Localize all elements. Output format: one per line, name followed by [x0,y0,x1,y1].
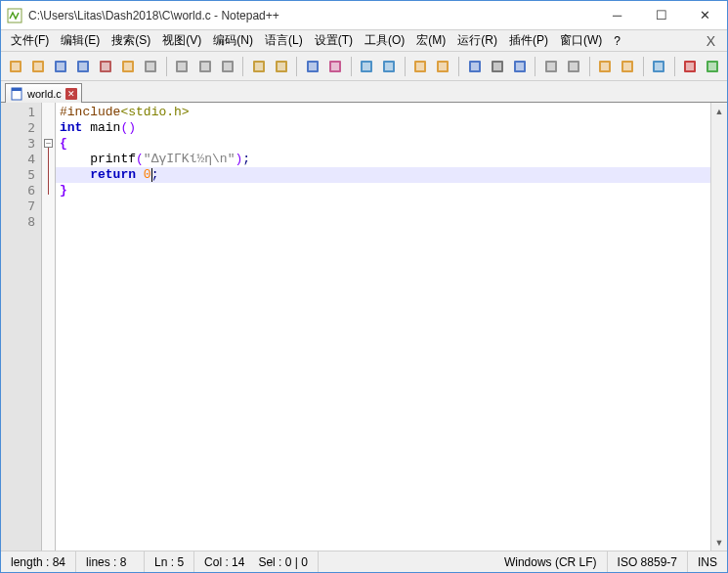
sync-h-icon [435,59,450,74]
find-button[interactable] [302,56,322,77]
record-icon [682,59,698,74]
svg-rect-22 [255,63,263,70]
fold-guide [48,148,49,195]
svg-rect-40 [493,63,501,70]
save-all-button[interactable] [72,56,93,77]
menu-language[interactable]: 语言(L) [259,30,309,51]
close-all-button[interactable] [118,56,139,77]
paste-button[interactable] [217,56,237,77]
line-number: 3 [1,136,35,152]
menu-search[interactable]: 搜索(S) [106,30,156,51]
lang-icon [543,59,559,74]
menu-view[interactable]: 视图(V) [156,30,207,51]
status-length: length : 84 [1,551,76,572]
menu-close-x[interactable]: X [699,33,723,49]
svg-rect-16 [178,63,186,70]
zoom-out-button[interactable] [379,56,400,77]
menu-help[interactable]: ? [608,32,626,50]
print-icon [143,59,158,74]
scroll-down-arrow[interactable]: ▼ [711,534,727,551]
svg-rect-14 [147,63,154,70]
record-button[interactable] [680,56,701,77]
wrap-icon [467,59,483,74]
svg-rect-48 [601,63,609,70]
doc-map-button[interactable] [563,56,583,77]
folder-icon [620,59,635,74]
svg-rect-4 [34,63,42,70]
lang-button[interactable] [540,56,561,77]
svg-rect-6 [57,63,64,70]
status-ln: Ln : 5 [145,551,194,572]
undo-button[interactable] [248,56,269,77]
replace-button[interactable] [324,56,345,77]
copy-button[interactable] [194,56,215,77]
svg-rect-50 [623,63,631,70]
tab-close-icon[interactable]: ✕ [65,88,77,100]
line-number: 1 [1,105,35,120]
status-mode: INS [688,551,727,572]
close-button[interactable]: ✕ [683,1,727,29]
all-chars-button[interactable] [487,56,507,77]
func-list-button[interactable] [595,56,616,77]
code-line [60,214,727,230]
tab-label: world.c [27,88,62,100]
svg-rect-44 [547,63,555,70]
line-number: 7 [1,198,35,214]
code-line: printf("ΔγΙΓΚί½η\n"); [60,152,727,167]
sync-v-button[interactable] [410,56,431,77]
close-file-button[interactable] [96,56,116,77]
play-button[interactable] [703,56,723,77]
new-file-button[interactable] [5,56,25,77]
replace-icon [327,59,343,74]
tab-bar: world.c ✕ [1,81,727,103]
line-number: 8 [1,214,35,230]
menu-window[interactable]: 窗口(W) [554,30,608,51]
cut-button[interactable] [172,56,193,77]
status-col: Col : 14 [194,551,248,572]
save-file-button[interactable] [50,56,70,77]
sync-v-icon [412,59,428,74]
zoom-in-button[interactable] [357,56,377,77]
code-line: #include<stdio.h> [60,105,727,120]
menu-run[interactable]: 运行(R) [451,30,503,51]
tab-world-c[interactable]: world.c ✕ [5,83,82,103]
code-line [60,198,727,214]
open-file-button[interactable] [27,56,48,77]
code-line: } [60,183,727,198]
print-button[interactable] [141,56,161,77]
toolbar-separator [535,57,535,76]
wrap-button[interactable] [464,56,485,77]
menu-encoding[interactable]: 编码(N) [207,30,259,51]
menu-plugins[interactable]: 插件(P) [503,30,554,51]
svg-rect-24 [278,63,285,70]
fold-toggle[interactable]: − [44,139,53,148]
folder-button[interactable] [618,56,638,77]
find-icon [305,59,321,74]
cut-icon [174,59,190,74]
undo-icon [251,59,267,74]
menu-macro[interactable]: 宏(M) [410,30,451,51]
svg-rect-30 [363,63,370,70]
svg-rect-54 [686,63,694,70]
file-icon [10,87,23,101]
toolbar-separator [166,57,167,76]
monitor-button[interactable] [649,56,669,77]
menu-file[interactable]: 文件(F) [5,30,55,51]
copy-icon [197,59,213,74]
minimize-button[interactable]: ─ [595,1,639,29]
doc-map-icon [566,59,581,74]
zoom-in-icon [359,59,374,74]
svg-rect-28 [331,63,339,70]
svg-rect-58 [12,88,21,91]
svg-rect-46 [570,63,578,70]
redo-button[interactable] [271,56,291,77]
svg-rect-10 [102,63,109,70]
code-area[interactable]: #include<stdio.h>int main(){ printf("ΔγΙ… [56,103,727,551]
indent-guide-button[interactable] [509,56,530,77]
maximize-button[interactable]: ☐ [639,1,683,29]
menu-tools[interactable]: 工具(O) [359,30,410,51]
menu-edit[interactable]: 编辑(E) [55,30,106,51]
menu-settings[interactable]: 设置(T) [309,30,359,51]
svg-rect-8 [79,63,87,70]
sync-h-button[interactable] [433,56,453,77]
